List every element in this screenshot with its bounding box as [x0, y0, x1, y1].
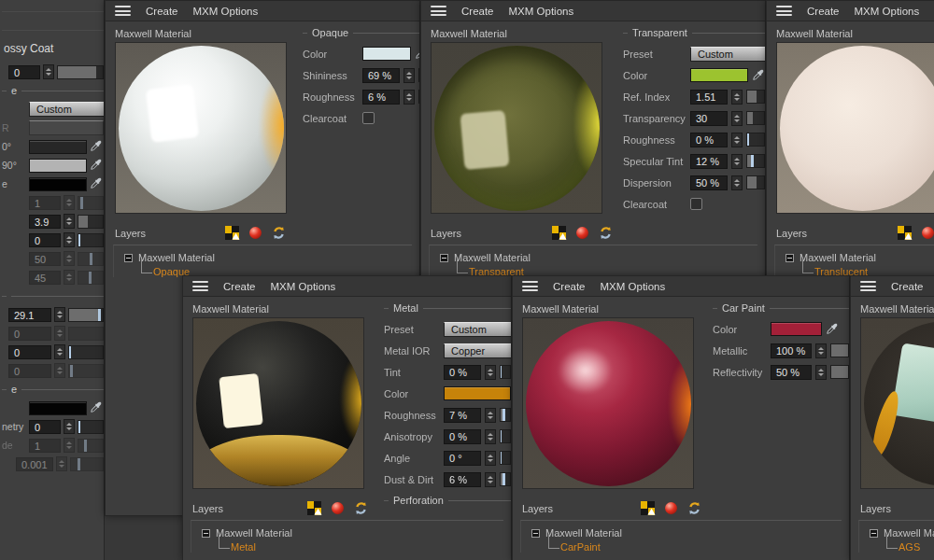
slider-thumb[interactable] [90, 253, 92, 265]
stepper-up-icon[interactable] [57, 348, 63, 351]
value-field[interactable]: 0 % [444, 429, 481, 444]
slider-thumb[interactable] [78, 421, 80, 433]
stepper-up-icon[interactable] [488, 455, 493, 457]
value-field[interactable]: 45 [29, 271, 61, 285]
stepper-up-icon[interactable] [734, 158, 740, 161]
stepper-up-icon[interactable] [66, 273, 72, 276]
slider-thumb[interactable] [68, 346, 71, 358]
material-preview-viewport[interactable] [522, 317, 694, 489]
slider[interactable] [57, 65, 104, 79]
value-field[interactable]: 12 % [690, 154, 728, 169]
slider[interactable] [500, 472, 511, 486]
menu-create[interactable]: Create [146, 6, 178, 17]
eyedropper-icon[interactable] [752, 69, 765, 82]
slider-thumb[interactable] [502, 409, 505, 421]
hamburger-menu-icon[interactable] [522, 281, 538, 291]
stepper-up-icon[interactable] [488, 412, 493, 414]
stepper-up-icon[interactable] [66, 441, 72, 444]
slider[interactable] [68, 345, 104, 359]
stepper[interactable] [54, 344, 65, 359]
hamburger-menu-icon[interactable] [431, 6, 446, 16]
value-field[interactable]: 6 % [362, 90, 400, 105]
slider[interactable] [78, 196, 104, 210]
eyedropper-icon[interactable] [90, 159, 103, 172]
stepper[interactable] [64, 438, 75, 453]
slider-thumb[interactable] [418, 69, 419, 81]
slider[interactable] [418, 90, 419, 104]
value-field[interactable]: 50 % [771, 365, 812, 380]
collapse-expander-icon[interactable] [202, 529, 210, 538]
collapse-expander-icon[interactable] [785, 254, 794, 262]
tree-child-item[interactable]: CarPaint [548, 541, 842, 553]
dropdown[interactable]: Custom [29, 102, 105, 117]
slider[interactable] [500, 451, 511, 465]
stepper[interactable] [815, 343, 827, 358]
material-preview-viewport[interactable] [115, 42, 287, 214]
value-field[interactable]: 50 [29, 252, 61, 266]
slider[interactable] [746, 111, 765, 125]
value-field[interactable]: 0.001 [16, 457, 53, 471]
refresh-icon[interactable] [354, 501, 368, 515]
stepper-down-icon[interactable] [57, 334, 63, 337]
stepper-up-icon[interactable] [66, 236, 72, 239]
checkbox[interactable] [690, 198, 702, 210]
stepper-up-icon[interactable] [488, 476, 493, 479]
stepper[interactable] [64, 251, 75, 266]
stepper[interactable] [731, 154, 743, 169]
stepper-down-icon[interactable] [406, 77, 412, 79]
stepper[interactable] [64, 232, 75, 247]
stepper[interactable] [731, 133, 743, 147]
stepper-down-icon[interactable] [46, 73, 51, 76]
collapse-expander-icon[interactable] [870, 529, 878, 538]
value-field[interactable]: 30 [690, 111, 728, 126]
stepper[interactable] [54, 326, 65, 341]
collapse-expander-icon[interactable] [531, 529, 540, 538]
stepper[interactable] [485, 429, 496, 444]
color-swatch[interactable] [690, 68, 748, 82]
stepper[interactable] [64, 270, 75, 285]
menu-create[interactable]: Create [807, 6, 840, 17]
collapse-expander-icon[interactable] [440, 254, 448, 262]
color-swatch[interactable] [29, 401, 87, 415]
stepper-down-icon[interactable] [734, 141, 740, 144]
hamburger-menu-icon[interactable] [115, 6, 131, 16]
stepper-down-icon[interactable] [488, 373, 493, 376]
material-preview-viewport[interactable] [776, 42, 934, 214]
stepper-up-icon[interactable] [818, 347, 824, 350]
material-preview-viewport[interactable] [431, 42, 602, 214]
stepper[interactable] [731, 175, 743, 190]
color-swatch[interactable] [444, 386, 511, 400]
stepper[interactable] [56, 456, 67, 471]
slider-thumb[interactable] [78, 234, 80, 246]
eyedropper-icon[interactable] [415, 48, 419, 61]
stepper-up-icon[interactable] [59, 460, 64, 463]
stepper-down-icon[interactable] [66, 259, 72, 262]
value-field[interactable]: 6 % [444, 472, 481, 487]
color-swatch[interactable] [771, 322, 822, 336]
stepper-up-icon[interactable] [66, 199, 72, 202]
value-field[interactable]: 0 [29, 233, 61, 247]
stepper-up-icon[interactable] [66, 255, 72, 258]
stepper-down-icon[interactable] [734, 184, 740, 187]
stepper-up-icon[interactable] [734, 115, 740, 118]
slider[interactable] [68, 364, 104, 378]
eyedropper-icon[interactable] [90, 140, 103, 153]
tree-child-item[interactable]: Metal [219, 541, 503, 553]
slider[interactable] [500, 408, 511, 422]
render-ball-icon[interactable] [665, 502, 677, 514]
value-field[interactable]: 0 % [444, 365, 481, 380]
dropdown[interactable]: Custom [690, 47, 765, 62]
stepper-down-icon[interactable] [66, 446, 72, 449]
stepper[interactable] [43, 64, 54, 79]
menu-create[interactable]: Create [223, 281, 256, 292]
slider[interactable] [500, 429, 511, 443]
stepper[interactable] [403, 68, 415, 83]
slider[interactable] [746, 133, 765, 147]
texture-checker-icon[interactable] [552, 226, 566, 240]
menu-create[interactable]: Create [553, 281, 586, 292]
eyedropper-icon[interactable] [826, 323, 839, 336]
dropdown[interactable] [29, 120, 104, 135]
value-field[interactable]: 100 % [771, 343, 812, 358]
tree-root-item[interactable]: Maxwell Material [521, 527, 842, 539]
stepper-down-icon[interactable] [66, 278, 72, 281]
